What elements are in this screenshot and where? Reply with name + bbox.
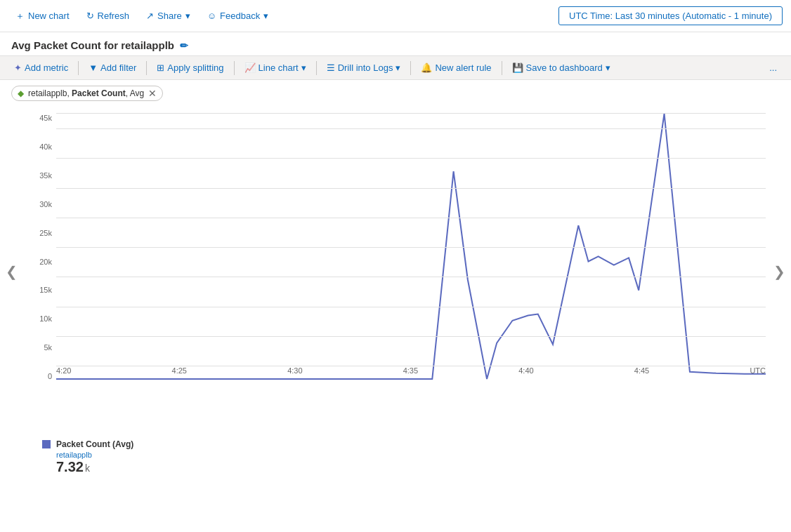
line-chart-label: Line chart <box>259 62 299 73</box>
share-label: Share <box>157 11 182 21</box>
drill-into-logs-label: Drill into Logs <box>338 62 393 73</box>
grid-25k <box>56 218 766 218</box>
toolbar-separator-6 <box>502 61 502 75</box>
logs-icon: ☰ <box>327 62 335 73</box>
chart-inner: 4:20 4:25 4:30 4:35 4:40 4:45 UTC <box>56 114 766 380</box>
chart-line <box>56 114 766 379</box>
chevron-down-icon: ▾ <box>606 62 610 73</box>
legend-color-box <box>42 440 51 448</box>
edit-icon[interactable]: ✏ <box>180 40 188 51</box>
refresh-label: Refresh <box>98 11 130 21</box>
nav-right-button[interactable]: ❯ <box>771 256 788 287</box>
new-alert-rule-label: New alert rule <box>435 62 491 73</box>
chevron-down-icon: ▾ <box>263 11 268 21</box>
grid-20k <box>56 247 766 248</box>
new-chart-label: New chart <box>28 11 70 21</box>
x-label-utc: UTC <box>750 366 766 375</box>
y-label-30k: 30k <box>25 200 56 208</box>
toolbar-separator-4 <box>316 61 317 75</box>
more-options-button[interactable]: ... <box>762 59 784 77</box>
share-button[interactable]: ↗ Share ▾ <box>139 7 197 25</box>
new-chart-button[interactable]: ＋ New chart <box>8 6 77 26</box>
chart-section: ❮ ❯ 0 5k 10k 15k 20k 25k 30k 35k 40k 45k <box>0 107 791 437</box>
metric-name: Packet Count <box>72 88 126 98</box>
save-to-dashboard-button[interactable]: 💾 Save to dashboard ▾ <box>505 59 617 77</box>
chart-area: 0 5k 10k 15k 20k 25k 30k 35k 40k 45k <box>25 107 766 437</box>
legend-title: Packet Count (Avg) <box>56 439 133 449</box>
legend-area: Packet Count (Avg) retailapplb 7.32 k <box>0 437 791 482</box>
legend-row: Packet Count (Avg) <box>42 439 780 449</box>
remove-metric-button[interactable]: ✕ <box>148 88 157 98</box>
top-bar-left: ＋ New chart ↻ Refresh ↗ Share ▾ ☺ Feedba… <box>8 6 558 26</box>
tag-row: ◆ retailapplb, Packet Count, Avg ✕ <box>0 80 791 107</box>
save-icon: 💾 <box>512 62 523 73</box>
splitting-icon: ⊞ <box>157 62 164 73</box>
grid-35k <box>56 158 766 159</box>
legend-value: 7.32 <box>56 459 84 475</box>
grid-30k <box>56 188 766 189</box>
save-to-dashboard-label: Save to dashboard <box>526 62 603 73</box>
grid-15k <box>56 277 766 277</box>
legend-detail: retailapplb 7.32 k <box>42 451 780 475</box>
x-label-420: 4:20 <box>56 366 71 375</box>
y-label-45k: 45k <box>25 114 56 122</box>
apply-splitting-button[interactable]: ⊞ Apply splitting <box>150 59 230 77</box>
refresh-icon: ↻ <box>86 11 94 21</box>
feedback-button[interactable]: ☺ Feedback ▾ <box>200 7 275 25</box>
y-label-25k: 25k <box>25 229 56 237</box>
legend-value-row: 7.32 k <box>56 459 780 475</box>
grid-5k <box>56 336 766 337</box>
toolbar-separator-3 <box>234 61 235 75</box>
metric-tag-text: retailapplb, Packet Count, Avg <box>28 88 144 98</box>
y-label-20k: 20k <box>25 258 56 266</box>
add-filter-button[interactable]: ▼ Add filter <box>81 59 143 77</box>
feedback-icon: ☺ <box>207 11 216 21</box>
chevron-down-icon: ▾ <box>185 11 190 21</box>
filter-icon: ▼ <box>89 62 98 73</box>
y-label-15k: 15k <box>25 286 56 294</box>
toolbar-separator-2 <box>146 61 147 75</box>
chevron-down-icon: ▾ <box>301 62 306 73</box>
line-chart-icon: 📈 <box>244 62 256 73</box>
chart-container: 0 5k 10k 15k 20k 25k 30k 35k 40k 45k <box>25 114 766 394</box>
add-metric-button[interactable]: ✦ Add metric <box>7 59 75 77</box>
feedback-label: Feedback <box>220 11 260 21</box>
add-metric-icon: ✦ <box>14 62 22 73</box>
line-chart-button[interactable]: 📈 Line chart ▾ <box>237 59 313 77</box>
y-label-5k: 5k <box>25 343 56 352</box>
y-label-10k: 10k <box>25 314 56 323</box>
chart-title: Avg Packet Count for retailapplb <box>11 39 174 51</box>
legend-unit: k <box>85 463 90 474</box>
new-alert-rule-button[interactable]: 🔔 New alert rule <box>414 59 498 77</box>
y-label-0: 0 <box>25 372 56 380</box>
share-icon: ↗ <box>146 11 154 21</box>
y-label-40k: 40k <box>25 142 56 151</box>
grid-40k <box>56 128 766 129</box>
x-label-435: 4:35 <box>403 366 418 375</box>
apply-splitting-label: Apply splitting <box>167 62 223 73</box>
add-metric-label: Add metric <box>25 62 68 73</box>
more-options-label: ... <box>769 62 777 73</box>
nav-left-button[interactable]: ❮ <box>3 256 20 287</box>
x-label-430: 4:30 <box>287 366 302 375</box>
time-selector-label: UTC Time: Last 30 minutes (Automatic - 1… <box>569 11 772 21</box>
x-label-445: 4:45 <box>634 366 649 375</box>
metric-aggregation: Avg <box>130 88 144 98</box>
time-selector-button[interactable]: UTC Time: Last 30 minutes (Automatic - 1… <box>558 6 783 25</box>
x-axis: 4:20 4:25 4:30 4:35 4:40 4:45 UTC <box>56 366 766 380</box>
toolbar: ✦ Add metric ▼ Add filter ⊞ Apply splitt… <box>0 55 791 80</box>
y-label-35k: 35k <box>25 171 56 180</box>
plus-icon: ＋ <box>15 10 25 22</box>
grid-10k <box>56 307 766 307</box>
x-label-425: 4:25 <box>172 366 187 375</box>
top-bar: ＋ New chart ↻ Refresh ↗ Share ▾ ☺ Feedba… <box>0 0 791 32</box>
toolbar-separator-5 <box>410 61 411 75</box>
refresh-button[interactable]: ↻ Refresh <box>79 7 137 25</box>
x-label-440: 4:40 <box>518 366 533 375</box>
metric-resource: retailapplb <box>28 88 67 98</box>
chart-title-bar: Avg Packet Count for retailapplb ✏ <box>0 32 791 55</box>
legend-subtitle: retailapplb <box>56 451 780 459</box>
alert-icon: 🔔 <box>421 62 432 73</box>
drill-into-logs-button[interactable]: ☰ Drill into Logs ▾ <box>320 59 408 77</box>
diamond-icon: ◆ <box>18 88 24 98</box>
